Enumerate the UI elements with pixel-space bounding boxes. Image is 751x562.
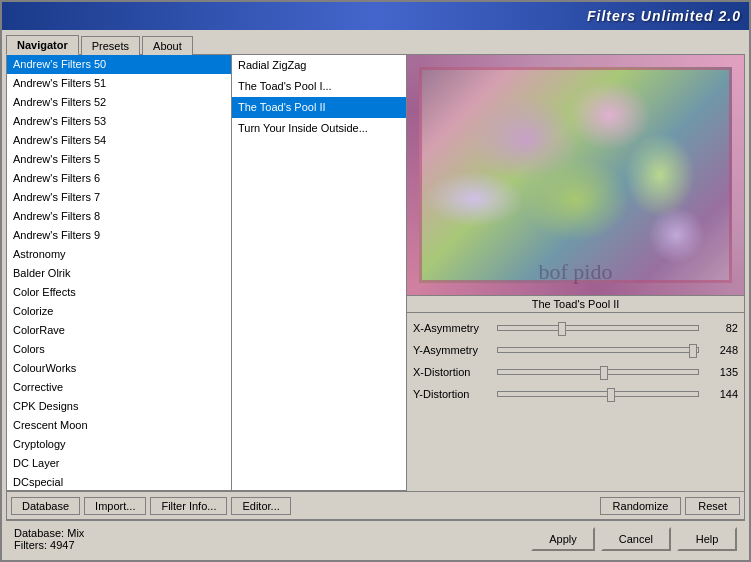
slider-thumb-2[interactable] — [600, 366, 608, 380]
left-list-item[interactable]: Astronomy — [7, 245, 231, 264]
left-list-item[interactable]: Andrew's Filters 7 — [7, 188, 231, 207]
randomize-button[interactable]: Randomize — [600, 497, 682, 515]
middle-list[interactable]: Radial ZigZagThe Toad's Pool I...The Toa… — [232, 55, 407, 491]
slider-value-3: 144 — [703, 388, 738, 400]
slider-thumb-3[interactable] — [607, 388, 615, 402]
left-list-item[interactable]: Andrew's Filters 9 — [7, 226, 231, 245]
filter-info-button[interactable]: Filter Info... — [150, 497, 227, 515]
left-list-item[interactable]: CPK Designs — [7, 397, 231, 416]
tab-presets[interactable]: Presets — [81, 36, 140, 55]
right-area: bof pido The Toad's Pool II X-Asymmetry … — [407, 55, 744, 491]
database-status: Database: Mix — [14, 527, 531, 539]
left-list-item[interactable]: Andrew's Filters 8 — [7, 207, 231, 226]
slider-track-1[interactable] — [497, 347, 699, 353]
middle-list-item[interactable]: Turn Your Inside Outside... — [232, 118, 406, 139]
bottom-toolbar: Database Import... Filter Info... Editor… — [7, 491, 744, 519]
slider-label-3: Y-Distortion — [413, 388, 493, 400]
preview-image: bof pido — [407, 55, 744, 295]
left-list-item[interactable]: Colors — [7, 340, 231, 359]
main-panel: Andrew's Filters 50Andrew's Filters 51An… — [6, 54, 745, 520]
reset-button[interactable]: Reset — [685, 497, 740, 515]
left-list-item[interactable]: DC Layer — [7, 454, 231, 473]
status-info: Database: Mix Filters: 4947 — [14, 527, 531, 551]
slider-value-1: 248 — [703, 344, 738, 356]
slider-thumb-0[interactable] — [558, 322, 566, 336]
import-button[interactable]: Import... — [84, 497, 146, 515]
title-bar-text: Filters Unlimited 2.0 — [587, 8, 741, 24]
apply-button[interactable]: Apply — [531, 527, 595, 551]
slider-value-0: 82 — [703, 322, 738, 334]
left-list-item[interactable]: Cryptology — [7, 435, 231, 454]
left-list-item[interactable]: Corrective — [7, 378, 231, 397]
sliders-area: X-Asymmetry 82 Y-Asymmetry 248 X-Distort… — [407, 313, 744, 491]
tab-bar: Navigator Presets About — [6, 34, 745, 54]
tab-navigator[interactable]: Navigator — [6, 35, 79, 55]
top-area: Andrew's Filters 50Andrew's Filters 51An… — [7, 55, 744, 491]
database-button[interactable]: Database — [11, 497, 80, 515]
slider-row: Y-Distortion 144 — [407, 383, 744, 405]
left-list-item[interactable]: ColorRave — [7, 321, 231, 340]
slider-track-3[interactable] — [497, 391, 699, 397]
slider-row: Y-Asymmetry 248 — [407, 339, 744, 361]
filters-value: 4947 — [50, 539, 74, 551]
middle-list-item[interactable]: Radial ZigZag — [232, 55, 406, 76]
left-list-item[interactable]: Balder Olrik — [7, 264, 231, 283]
status-bar: Database: Mix Filters: 4947 Apply Cancel… — [6, 520, 745, 556]
slider-track-0[interactable] — [497, 325, 699, 331]
tab-about[interactable]: About — [142, 36, 193, 55]
cancel-button[interactable]: Cancel — [601, 527, 671, 551]
slider-track-2[interactable] — [497, 369, 699, 375]
slider-row: X-Asymmetry 82 — [407, 317, 744, 339]
watermark: bof pido — [539, 259, 613, 285]
left-list[interactable]: Andrew's Filters 50Andrew's Filters 51An… — [7, 55, 232, 491]
database-value: Mix — [67, 527, 84, 539]
left-list-item[interactable]: Andrew's Filters 50 — [7, 55, 231, 74]
middle-list-item[interactable]: The Toad's Pool II — [232, 97, 406, 118]
slider-thumb-1[interactable] — [689, 344, 697, 358]
filters-label: Filters: — [14, 539, 47, 551]
main-window: Filters Unlimited 2.0 Navigator Presets … — [0, 0, 751, 562]
filters-status: Filters: 4947 — [14, 539, 531, 551]
left-list-item[interactable]: Colorize — [7, 302, 231, 321]
slider-label-1: Y-Asymmetry — [413, 344, 493, 356]
action-buttons: Apply Cancel Help — [531, 527, 737, 551]
help-button[interactable]: Help — [677, 527, 737, 551]
slider-label-2: X-Distortion — [413, 366, 493, 378]
slider-value-2: 135 — [703, 366, 738, 378]
left-list-item[interactable]: ColourWorks — [7, 359, 231, 378]
left-list-item[interactable]: Andrew's Filters 54 — [7, 131, 231, 150]
left-list-item[interactable]: Crescent Moon — [7, 416, 231, 435]
database-label: Database: — [14, 527, 64, 539]
title-bar: Filters Unlimited 2.0 — [2, 2, 749, 30]
slider-row: X-Distortion 135 — [407, 361, 744, 383]
left-list-item[interactable]: Andrew's Filters 53 — [7, 112, 231, 131]
left-list-item[interactable]: Color Effects — [7, 283, 231, 302]
left-list-item[interactable]: Andrew's Filters 6 — [7, 169, 231, 188]
middle-list-item[interactable]: The Toad's Pool I... — [232, 76, 406, 97]
editor-button[interactable]: Editor... — [231, 497, 290, 515]
left-list-item[interactable]: DCspecial — [7, 473, 231, 491]
left-list-item[interactable]: Andrew's Filters 51 — [7, 74, 231, 93]
left-list-item[interactable]: Andrew's Filters 52 — [7, 93, 231, 112]
left-list-item[interactable]: Andrew's Filters 5 — [7, 150, 231, 169]
slider-label-0: X-Asymmetry — [413, 322, 493, 334]
content-area: Navigator Presets About Andrew's Filters… — [2, 30, 749, 560]
preview-label: The Toad's Pool II — [407, 295, 744, 313]
